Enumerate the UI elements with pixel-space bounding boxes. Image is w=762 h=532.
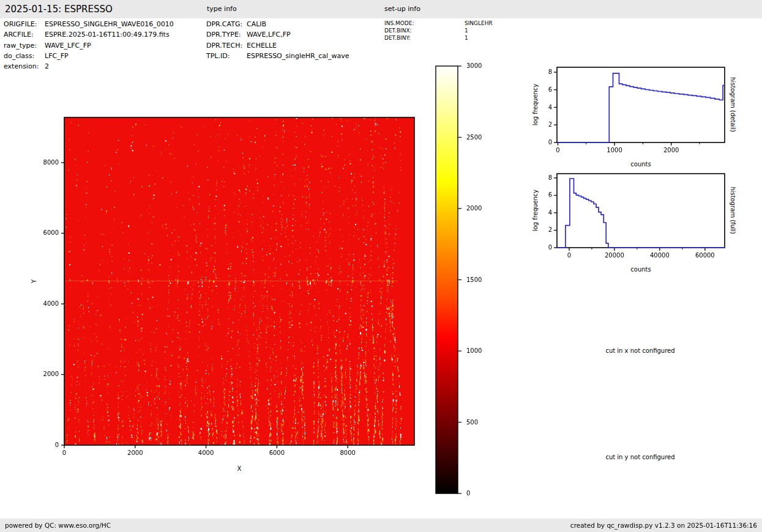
field-value: 1 [465, 28, 468, 34]
setup-info-row: DET.BINY:1 [384, 35, 468, 41]
main-ytick-label: 0 [55, 441, 59, 448]
file-info-row: ARCFILE:ESPRE.2025-01-16T11:00:49.179.fi… [4, 31, 170, 39]
histogram-detail-ytick-label: 4 [548, 104, 552, 111]
type-info-row: TPL.ID:ESPRESSO_singleHR_cal_wave [206, 52, 349, 60]
field-label: DPR.CATG: [206, 20, 247, 28]
histogram-full-xtick-label: 20000 [605, 252, 624, 259]
page-title: 2025-01-15: ESPRESSO [5, 0, 113, 18]
field-value: ESPRE.2025-01-16T11:00:49.179.fits [45, 31, 170, 39]
cut-x-message: cut in x not configured [605, 347, 674, 354]
histogram-full-xtick-label: 0 [567, 252, 571, 259]
colorbar-tick-label: 3000 [466, 62, 482, 69]
type-info-row: DPR.CATG:CALIB [206, 20, 266, 28]
colorbar-tick-label: 1000 [466, 347, 482, 354]
type-info-heading: type info [207, 0, 237, 18]
field-label: raw_type: [4, 42, 45, 50]
field-value: ECHELLE [247, 42, 277, 50]
hist-full-xlabel: counts [630, 266, 651, 273]
field-value: ESPRESSO_singleHR_cal_wave [247, 52, 349, 60]
field-value: ESPRESSO_SINGLEHR_WAVE016_0010 [45, 20, 174, 28]
main-xaxis-label: X [237, 465, 242, 472]
file-info-row: do_class:LFC_FP [4, 52, 69, 60]
histogram-detail-xtick-label: 0 [556, 147, 559, 153]
histogram-detail-ytick-label: 6 [548, 86, 552, 93]
type-info-row: DPR.TYPE:WAVE,LFC,FP [206, 31, 291, 39]
file-info-row: extension:2 [4, 62, 49, 70]
histogram-full-xtick-label: 60000 [695, 252, 715, 259]
field-label: extension: [4, 62, 45, 70]
hist-full-right-label: histogram (full) [730, 187, 736, 234]
field-value: LFC_FP [45, 52, 69, 60]
file-info-row: ORIGFILE:ESPRESSO_SINGLEHR_WAVE016_0010 [4, 20, 174, 28]
histogram-detail-ytick-label: 2 [548, 121, 552, 128]
main-xtick-label: 8000 [340, 449, 355, 456]
histogram-full-curve [557, 179, 725, 248]
field-value: WAVE_LFC_FP [45, 42, 91, 50]
colorbar-tick-label: 1500 [466, 276, 482, 283]
colorbar-tick-label: 0 [466, 490, 470, 497]
setup-info-row: INS.MODE:SINGLEHR [384, 20, 493, 26]
histogram-detail-xtick-label: 1000 [607, 147, 622, 153]
field-label: DET.BINX: [384, 28, 465, 34]
histogram-detail-ytick-label: 0 [548, 139, 552, 146]
field-value: WAVE,LFC,FP [247, 31, 291, 39]
hist-detail-xlabel: counts [630, 161, 651, 168]
main-ytick-label: 4000 [43, 300, 59, 307]
colorbar-tick-label: 2000 [466, 205, 482, 212]
histogram-detail-xtick-label: 2000 [663, 147, 679, 153]
field-label: DET.BINY: [384, 35, 465, 41]
type-info-row: DPR.TECH:ECHELLE [206, 42, 277, 50]
histogram-full-ytick-label: 8 [548, 174, 552, 181]
hist-detail-ylabel: log frequency [532, 84, 539, 126]
field-value: CALIB [247, 20, 266, 28]
histogram-full-ytick-label: 6 [548, 191, 552, 198]
field-value: 1 [465, 35, 468, 41]
main-xtick-label: 6000 [269, 449, 285, 456]
histogram-full-frame [557, 174, 725, 248]
main-ytick-label: 2000 [43, 371, 59, 377]
main-xtick-label: 4000 [198, 449, 214, 456]
histogram-detail-frame [557, 67, 725, 142]
colorbar-tick-label: 2500 [466, 134, 482, 141]
main-yaxis-label: Y [31, 279, 37, 283]
main-xtick-label: 0 [62, 449, 66, 456]
cut-y-message: cut in y not configured [605, 454, 674, 460]
field-label: DPR.TECH: [206, 42, 247, 50]
field-label: DPR.TYPE: [206, 31, 247, 39]
field-label: ORIGFILE: [4, 20, 45, 28]
histogram-detail-curve [557, 73, 725, 142]
field-label: TPL.ID: [206, 52, 247, 60]
colorbar-tick-label: 500 [466, 419, 478, 426]
histogram-full-ytick-label: 4 [548, 209, 552, 216]
setup-info-row: DET.BINX:1 [384, 28, 468, 34]
field-label: do_class: [4, 52, 45, 60]
colorbar [436, 66, 458, 493]
histogram-full-xtick-label: 40000 [650, 252, 670, 259]
main-ytick-label: 8000 [43, 159, 59, 166]
hist-full-ylabel: log frequency [532, 190, 539, 232]
footer-powered-by: powered by QC: www.eso.org/HC [5, 519, 111, 532]
histogram-detail-ytick-label: 8 [548, 68, 552, 75]
setup-info-heading: set-up info [384, 0, 420, 18]
qc-report-page: 2025-01-15: ESPRESSO type info set-up in… [0, 0, 762, 532]
histogram-full-ytick-label: 0 [548, 244, 552, 251]
field-value: 2 [45, 62, 49, 70]
main-ytick-label: 6000 [43, 229, 59, 236]
field-label: ARCFILE: [4, 31, 45, 39]
file-info-row: raw_type:WAVE_LFC_FP [4, 42, 91, 50]
hist-detail-right-label: histogram (detail) [730, 77, 736, 132]
field-value: SINGLEHR [465, 20, 493, 26]
footer-created-by: created by qc_rawdisp.py v1.2.3 on 2025-… [570, 519, 757, 532]
histogram-full-ytick-label: 2 [548, 226, 552, 233]
raw-image-canvas [64, 117, 414, 445]
field-label: INS.MODE: [384, 20, 465, 26]
header-bar [0, 0, 762, 18]
main-xtick-label: 2000 [127, 449, 143, 456]
